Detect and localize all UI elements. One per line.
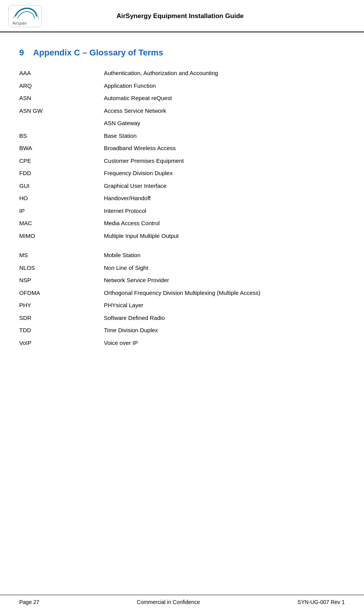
footer-page: Page 27 xyxy=(19,599,39,605)
glossary-row: ASN GWAccess Service Network xyxy=(19,105,345,117)
glossary-abbr: MS xyxy=(19,249,104,262)
glossary-abbr xyxy=(19,117,104,130)
glossary-abbr: NSP xyxy=(19,274,104,287)
glossary-abbr: MIMO xyxy=(19,230,104,243)
glossary-definition: Graphical User Interface xyxy=(104,180,345,192)
page-footer: Page 27 Commercial in Confidence SYN-UG-… xyxy=(0,595,364,609)
glossary-abbr: MAC xyxy=(19,217,104,230)
glossary-row: NSPNetwork Service Provider xyxy=(19,274,345,287)
glossary-definition: Customer Premises Equipment xyxy=(104,155,345,167)
header-title: AirSynergy Equipment Installation Guide xyxy=(42,12,352,20)
glossary-row: ASNAutomatic Repeat reQuest xyxy=(19,92,345,105)
glossary-definition: Multiple Input Multiple Output xyxy=(104,230,345,243)
glossary-abbr: ASN xyxy=(19,92,104,105)
glossary-abbr: NLOS xyxy=(19,262,104,274)
glossary-abbr: PHY xyxy=(19,299,104,312)
glossary-definition: Handover/Handoff xyxy=(104,192,345,205)
glossary-abbr: FDD xyxy=(19,167,104,180)
glossary-definition: Base Station xyxy=(104,130,345,142)
glossary-abbr: GUI xyxy=(19,180,104,192)
glossary-abbr: AAA xyxy=(19,67,104,80)
glossary-definition: Authentication, Authorization and Accoun… xyxy=(104,67,345,80)
glossary-definition: Time Division Duplex xyxy=(104,324,345,337)
glossary-abbr: BWA xyxy=(19,142,104,155)
footer-confidentiality: Commercial in Confidence xyxy=(137,599,200,605)
glossary-row: GUIGraphical User Interface xyxy=(19,180,345,192)
glossary-row: AAAAuthentication, Authorization and Acc… xyxy=(19,67,345,80)
glossary-row xyxy=(19,242,345,249)
glossary-abbr: HO xyxy=(19,192,104,205)
glossary-definition: Non Line of Sight xyxy=(104,262,345,274)
glossary-row: NLOSNon Line of Sight xyxy=(19,262,345,274)
glossary-row: SDRSoftware Defined Radio xyxy=(19,312,345,325)
glossary-row: MSMobile Station xyxy=(19,249,345,262)
glossary-abbr: ASN GW xyxy=(19,105,104,117)
glossary-row: BSBase Station xyxy=(19,130,345,142)
page-header: Airspan AirSynergy Equipment Installatio… xyxy=(0,0,364,32)
glossary-abbr: VoIP xyxy=(19,337,104,350)
glossary-definition: Broadband Wireless Access xyxy=(104,142,345,155)
glossary-abbr: CPE xyxy=(19,155,104,167)
glossary-definition: PHYsical Layer xyxy=(104,299,345,312)
glossary-abbr: ARQ xyxy=(19,80,104,92)
glossary-abbr: SDR xyxy=(19,312,104,325)
footer-doc-ref: SYN-UG-007 Rev 1 xyxy=(297,599,345,605)
glossary-definition: ASN Gateway xyxy=(104,117,345,130)
section-title: 9 Appendix C – Glossary of Terms xyxy=(19,48,345,58)
section-heading: Appendix C – Glossary of Terms xyxy=(33,48,163,57)
glossary-definition: Software Defined Radio xyxy=(104,312,345,325)
glossary-table: AAAAuthentication, Authorization and Acc… xyxy=(19,67,345,349)
glossary-row: OFDMAOrthogonal Frequency Division Multi… xyxy=(19,287,345,299)
glossary-row: CPECustomer Premises Equipment xyxy=(19,155,345,167)
glossary-abbr: BS xyxy=(19,130,104,142)
main-content: 9 Appendix C – Glossary of Terms AAAAuth… xyxy=(0,32,364,372)
glossary-row: BWABroadband Wireless Access xyxy=(19,142,345,155)
glossary-definition: Mobile Station xyxy=(104,249,345,262)
glossary-row: PHYPHYsical Layer xyxy=(19,299,345,312)
glossary-row: MIMOMultiple Input Multiple Output xyxy=(19,230,345,243)
glossary-abbr: OFDMA xyxy=(19,287,104,299)
glossary-definition: Internet Protocol xyxy=(104,205,345,218)
svg-text:Airspan: Airspan xyxy=(12,21,27,25)
glossary-row: IPInternet Protocol xyxy=(19,205,345,218)
logo: Airspan xyxy=(8,5,42,28)
glossary-row: MACMedia Access Control xyxy=(19,217,345,230)
section-number: 9 xyxy=(19,48,24,57)
glossary-row: TDDTime Division Duplex xyxy=(19,324,345,337)
glossary-definition: Network Service Provider xyxy=(104,274,345,287)
glossary-row: FDDFrequency Division Duplex xyxy=(19,167,345,180)
glossary-definition: Media Access Control xyxy=(104,217,345,230)
glossary-row: ASN Gateway xyxy=(19,117,345,130)
glossary-definition: Frequency Division Duplex xyxy=(104,167,345,180)
glossary-row: ARQApplication Function xyxy=(19,80,345,92)
glossary-abbr: IP xyxy=(19,205,104,218)
glossary-definition: Automatic Repeat reQuest xyxy=(104,92,345,105)
glossary-definition: Access Service Network xyxy=(104,105,345,117)
glossary-row: HOHandover/Handoff xyxy=(19,192,345,205)
glossary-row: VoIPVoice over IP xyxy=(19,337,345,350)
glossary-definition: Application Function xyxy=(104,80,345,92)
glossary-abbr: TDD xyxy=(19,324,104,337)
glossary-definition: Orthogonal Frequency Division Multiplexi… xyxy=(104,287,345,299)
glossary-definition: Voice over IP xyxy=(104,337,345,350)
